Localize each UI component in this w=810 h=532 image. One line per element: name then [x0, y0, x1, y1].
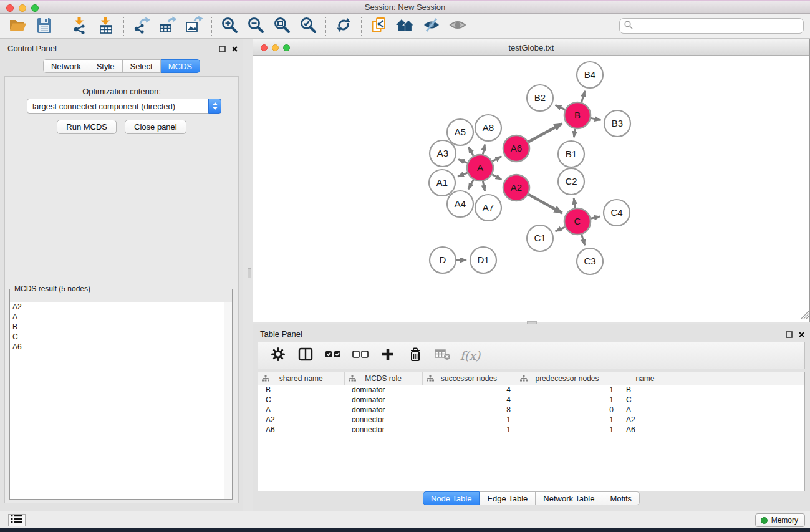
- task-history-button[interactable]: [8, 514, 26, 526]
- cell-mcds-role[interactable]: connector: [344, 415, 422, 425]
- cell-successor-nodes[interactable]: 1: [422, 415, 516, 425]
- tab-style[interactable]: Style: [89, 59, 123, 73]
- cell-name[interactable]: C: [619, 395, 672, 405]
- network-window-titlebar[interactable]: testGlobe.txt: [253, 39, 809, 56]
- edge-B-B4[interactable]: [581, 91, 585, 102]
- node-C[interactable]: C: [564, 208, 591, 235]
- edge-B-B2[interactable]: [555, 105, 565, 109]
- zoom-in-button[interactable]: [216, 16, 243, 37]
- node-A1[interactable]: A1: [429, 170, 455, 196]
- memory-button[interactable]: Memory: [755, 513, 805, 527]
- cell-successor-nodes[interactable]: 4: [422, 385, 516, 395]
- show-details-button[interactable]: [445, 16, 471, 37]
- cell-name[interactable]: A6: [619, 425, 672, 435]
- table-row[interactable]: Bdominator41B: [258, 385, 804, 395]
- column-header-name[interactable]: name: [619, 372, 672, 385]
- cell-shared-name[interactable]: A: [258, 405, 344, 415]
- deselect-all-columns-button[interactable]: [347, 344, 374, 367]
- optimization-criterion-select[interactable]: largest connected component (directed): [27, 99, 221, 114]
- table-settings-button[interactable]: [264, 344, 292, 367]
- duplicate-network-button[interactable]: [366, 16, 392, 37]
- function-builder-button[interactable]: f(x): [456, 344, 484, 367]
- column-header-shared-name[interactable]: shared name: [258, 372, 344, 385]
- zoom-fit-button[interactable]: [269, 16, 295, 37]
- close-panel-icon[interactable]: [231, 44, 238, 55]
- mcds-result-item[interactable]: A2: [10, 302, 232, 312]
- edge-A-A5[interactable]: [468, 147, 473, 156]
- edge-C-C3[interactable]: [582, 235, 585, 245]
- delete-table-button[interactable]: [429, 344, 456, 367]
- tab-network[interactable]: Network: [43, 59, 89, 73]
- cell-name[interactable]: A: [619, 405, 672, 415]
- node-C3[interactable]: C3: [577, 248, 603, 274]
- column-header-predecessor-nodes[interactable]: predecessor nodes: [516, 372, 619, 385]
- cell-shared-name[interactable]: C: [258, 395, 344, 405]
- create-column-button[interactable]: [374, 344, 402, 367]
- import-table-button[interactable]: [93, 16, 119, 37]
- mcds-result-item[interactable]: C: [10, 332, 232, 342]
- node-A3[interactable]: A3: [430, 140, 456, 167]
- home-neighbors-button[interactable]: [392, 16, 418, 37]
- network-canvas[interactable]: AA1A2A3A4A5A6A7A8BB1B2B3B4CC1C2C3C4DD1: [253, 56, 809, 322]
- node-A[interactable]: A: [467, 155, 493, 181]
- tab-edge-table[interactable]: Edge Table: [480, 491, 536, 505]
- cell-predecessor-nodes[interactable]: 1: [516, 415, 619, 425]
- select-all-columns-button[interactable]: [319, 344, 347, 367]
- cell-successor-nodes[interactable]: 8: [422, 405, 516, 415]
- cell-name[interactable]: A2: [619, 415, 672, 425]
- zoom-out-button[interactable]: [243, 16, 269, 37]
- mcds-result-item[interactable]: A6: [10, 342, 232, 352]
- float-panel-icon[interactable]: [786, 329, 793, 341]
- edge-A-A4[interactable]: [468, 180, 473, 189]
- edge-C-C1[interactable]: [556, 227, 565, 231]
- apply-layout-button[interactable]: [330, 16, 357, 37]
- cell-name[interactable]: B: [619, 385, 672, 395]
- mcds-result-item[interactable]: B: [10, 322, 232, 332]
- cell-successor-nodes[interactable]: 1: [422, 425, 516, 435]
- node-B1[interactable]: B1: [558, 141, 584, 167]
- node-D[interactable]: D: [430, 247, 456, 273]
- table-row[interactable]: Adominator80A: [258, 405, 804, 415]
- table-row[interactable]: A2connector11A2: [258, 415, 804, 425]
- node-A6[interactable]: A6: [503, 135, 529, 162]
- node-C4[interactable]: C4: [604, 200, 630, 226]
- cell-mcds-role[interactable]: dominator: [344, 405, 422, 415]
- node-C1[interactable]: C1: [527, 225, 553, 251]
- zoom-selected-button[interactable]: [295, 16, 321, 37]
- cell-predecessor-nodes[interactable]: 1: [516, 395, 619, 405]
- tab-mcds[interactable]: MCDS: [161, 59, 200, 73]
- node-A8[interactable]: A8: [475, 115, 501, 141]
- run-mcds-button[interactable]: Run MCDS: [57, 120, 117, 134]
- edge-A-A6[interactable]: [492, 157, 501, 162]
- node-A5[interactable]: A5: [447, 119, 473, 145]
- delete-column-button[interactable]: [402, 344, 429, 367]
- open-session-button[interactable]: [5, 16, 31, 37]
- cell-predecessor-nodes[interactable]: 1: [516, 425, 619, 435]
- node-A4[interactable]: A4: [447, 191, 473, 217]
- node-B3[interactable]: B3: [604, 110, 630, 137]
- show-columns-button[interactable]: [292, 344, 319, 367]
- tab-select[interactable]: Select: [123, 59, 161, 73]
- edge-A2-C[interactable]: [528, 195, 562, 213]
- edge-A-A7[interactable]: [483, 181, 485, 191]
- save-session-button[interactable]: [31, 16, 57, 37]
- column-header-successor-nodes[interactable]: successor nodes: [422, 372, 516, 385]
- cell-mcds-role[interactable]: dominator: [344, 395, 422, 405]
- export-table-button[interactable]: [155, 16, 181, 37]
- tab-motifs[interactable]: Motifs: [602, 491, 640, 505]
- cell-predecessor-nodes[interactable]: 0: [516, 405, 619, 415]
- edge-C-C4[interactable]: [591, 216, 600, 218]
- cell-shared-name[interactable]: A2: [258, 415, 344, 425]
- edge-A-A2[interactable]: [492, 175, 501, 180]
- node-B[interactable]: B: [564, 102, 591, 128]
- node-A2[interactable]: A2: [503, 175, 529, 201]
- node-A7[interactable]: A7: [475, 195, 501, 221]
- node-B2[interactable]: B2: [527, 85, 553, 111]
- float-panel-icon[interactable]: [219, 44, 226, 55]
- edge-A-A1[interactable]: [458, 173, 467, 177]
- column-header-mcds-role[interactable]: MCDS role: [344, 372, 422, 385]
- resize-grip-icon[interactable]: [800, 310, 809, 321]
- close-panel-icon[interactable]: [798, 329, 805, 341]
- cell-shared-name[interactable]: B: [258, 385, 344, 395]
- export-image-button[interactable]: [181, 16, 207, 37]
